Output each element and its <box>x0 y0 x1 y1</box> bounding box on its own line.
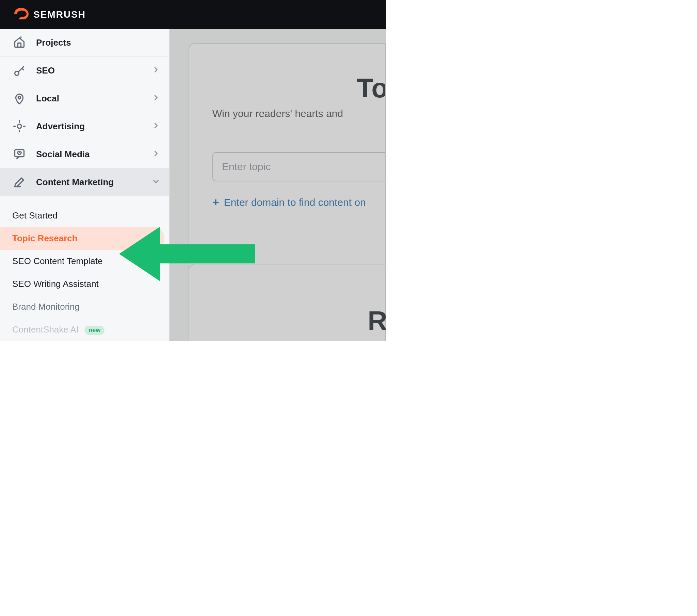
sidebar-item-label: SEO <box>36 65 55 76</box>
submenu-get-started[interactable]: Get Started <box>0 204 169 227</box>
submenu-brand-monitoring[interactable]: Brand Monitoring <box>0 295 169 318</box>
sidebar-item-social-media[interactable]: Social Media <box>0 140 169 168</box>
body: Projects SEO Local Advertising <box>0 29 386 341</box>
new-badge: new <box>85 326 104 335</box>
home-icon <box>12 35 27 50</box>
sidebar-item-label: Advertising <box>36 121 85 132</box>
submenu-label: Topic Research <box>12 233 78 243</box>
submenu-seo-content-template[interactable]: SEO Content Template <box>0 250 169 273</box>
content-marketing-submenu: Get Started Topic Research SEO Content T… <box>0 196 169 341</box>
flame-icon <box>12 5 30 24</box>
dim-overlay <box>169 29 386 341</box>
chevron-right-icon <box>152 93 160 104</box>
sidebar-item-label: Projects <box>36 38 71 48</box>
target-icon <box>12 119 27 133</box>
brand-name: SEMRUSH <box>33 9 86 20</box>
sidebar-item-label: Content Marketing <box>36 177 114 188</box>
submenu-label: SEO Content Template <box>12 256 102 266</box>
svg-point-3 <box>17 124 21 128</box>
map-pin-icon <box>12 91 27 106</box>
sidebar-item-label: Social Media <box>36 149 90 160</box>
submenu-contentshake-ai[interactable]: ContentShake AI new <box>0 318 169 341</box>
sidebar-item-content-marketing[interactable]: Content Marketing <box>0 168 169 196</box>
sidebar-item-projects[interactable]: Projects <box>0 29 169 57</box>
svg-point-2 <box>18 96 21 99</box>
sidebar: Projects SEO Local Advertising <box>0 29 169 341</box>
submenu-label: Brand Monitoring <box>12 302 80 312</box>
sidebar-item-advertising[interactable]: Advertising <box>0 113 169 141</box>
submenu-label: SEO Writing Assistant <box>12 279 99 289</box>
app-header: SEMRUSH <box>0 0 386 29</box>
chevron-down-icon <box>152 177 160 188</box>
submenu-label: Get Started <box>12 210 58 221</box>
chevron-right-icon <box>152 121 160 132</box>
sidebar-item-seo[interactable]: SEO <box>0 57 169 85</box>
submenu-topic-research[interactable]: Topic Research <box>0 227 164 250</box>
svg-point-0 <box>19 13 21 15</box>
sidebar-item-label: Local <box>36 93 59 104</box>
pencil-icon <box>12 175 27 189</box>
chevron-right-icon <box>152 65 160 76</box>
chevron-right-icon <box>152 149 160 160</box>
submenu-seo-writing-assistant[interactable]: SEO Writing Assistant <box>0 273 169 295</box>
svg-rect-4 <box>15 150 24 157</box>
main-content: To Win your readers' hearts and Enter to… <box>169 29 386 341</box>
sidebar-item-local[interactable]: Local <box>0 85 169 113</box>
key-icon <box>12 64 27 78</box>
submenu-label: ContentShake AI <box>12 324 79 335</box>
chat-heart-icon <box>12 147 27 161</box>
brand-logo[interactable]: SEMRUSH <box>12 5 86 24</box>
